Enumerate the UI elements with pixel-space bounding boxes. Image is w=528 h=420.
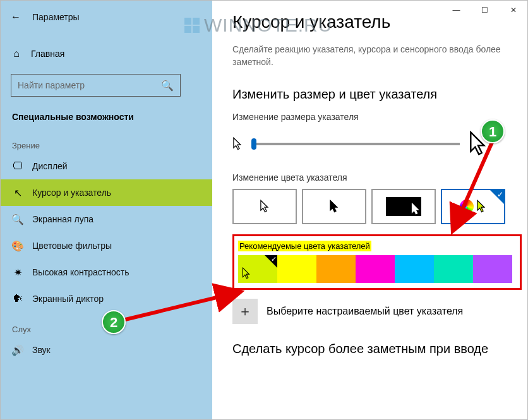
pointer-color-white[interactable] [232, 189, 297, 224]
pointer-size-slider[interactable] [251, 143, 460, 145]
cursor-small-icon [232, 137, 243, 151]
check-icon [265, 255, 277, 268]
cursor-icon: ↖ [12, 187, 23, 198]
color-wheel-icon [460, 200, 474, 213]
sidebar-item-sound[interactable]: 🔊 Звук [1, 337, 212, 363]
sub-color-heading: Изменение цвета указателя [232, 172, 527, 183]
section-size-heading: Изменить размер и цвет указателя [232, 87, 510, 102]
home-label: Главная [31, 49, 64, 59]
annotation-badge-1: 1 [481, 119, 505, 143]
category-heading: Специальные возможности [1, 97, 212, 128]
slider-thumb[interactable] [251, 138, 256, 150]
sidebar-item-contrast[interactable]: ✷ Высокая контрастность [1, 259, 212, 285]
recommended-colors-label: Рекомендуемые цвета указателей [238, 241, 371, 251]
color-swatch-4[interactable] [395, 255, 434, 283]
sidebar-item-label: Дисплей [32, 161, 68, 171]
pointer-color-inverted[interactable] [371, 189, 436, 224]
color-swatch-6[interactable] [473, 255, 512, 283]
color-swatch-0[interactable] [238, 255, 277, 283]
sidebar-item-magnifier[interactable]: 🔍 Экранная лупа [1, 206, 212, 232]
sidebar-item-narrator[interactable]: 🗣 Экранный диктор [1, 285, 212, 312]
color-swatch-5[interactable] [434, 255, 473, 283]
minimize-button[interactable]: — [442, 1, 471, 20]
palette-icon: 🎨 [12, 240, 23, 251]
sidebar-item-color-filters[interactable]: 🎨 Цветовые фильтры [1, 232, 212, 259]
sidebar-item-display[interactable]: 🖵 Дисплей [1, 153, 212, 179]
back-icon[interactable]: ← [11, 11, 21, 23]
sub-size-heading: Изменение размера указателя [232, 112, 527, 122]
window-title: Параметры [32, 12, 80, 22]
cursor-preview-icon [242, 267, 251, 282]
close-button[interactable]: ✕ [499, 1, 527, 20]
color-swatch-1[interactable] [277, 255, 316, 283]
contrast-icon: ✷ [12, 267, 23, 278]
pointer-color-custom[interactable] [441, 189, 505, 224]
group-vision-heading: Зрение [1, 128, 212, 153]
recommended-colors-box: Рекомендуемые цвета указателей [232, 234, 522, 290]
home-icon: ⌂ [11, 48, 22, 59]
maximize-button[interactable]: ☐ [471, 1, 499, 20]
sidebar-item-label: Цветовые фильтры [32, 241, 112, 251]
magnifier-icon: 🔍 [12, 213, 23, 225]
add-custom-color-button[interactable]: ＋ [232, 299, 258, 324]
search-input[interactable]: Найти параметр 🔍 [11, 74, 181, 97]
page-description: Сделайте реакцию указателя, курсора и се… [232, 44, 510, 68]
pointer-color-black[interactable] [302, 189, 366, 224]
home-link[interactable]: ⌂ Главная [1, 40, 212, 68]
section-visible-heading: Сделать курсор более заметным при вводе [232, 342, 527, 356]
search-placeholder: Найти параметр [18, 80, 161, 90]
sidebar-item-label: Экранный диктор [32, 294, 104, 304]
display-icon: 🖵 [12, 160, 23, 172]
sidebar-item-label: Экранная лупа [32, 214, 93, 224]
color-swatch-2[interactable] [316, 255, 356, 283]
sidebar-item-cursor[interactable]: ↖ Курсор и указатель [1, 179, 212, 206]
sidebar-item-label: Звук [32, 345, 51, 355]
narrator-icon: 🗣 [12, 293, 23, 304]
sound-icon: 🔊 [12, 344, 23, 356]
check-icon [490, 190, 504, 204]
sidebar-item-label: Курсор и указатель [32, 188, 111, 198]
search-icon: 🔍 [161, 80, 174, 92]
color-swatch-3[interactable] [356, 255, 395, 283]
annotation-badge-2: 2 [102, 310, 126, 334]
sidebar-item-label: Высокая контрастность [32, 267, 129, 277]
add-custom-color-label: Выберите настраиваемый цвет указателя [267, 306, 463, 317]
